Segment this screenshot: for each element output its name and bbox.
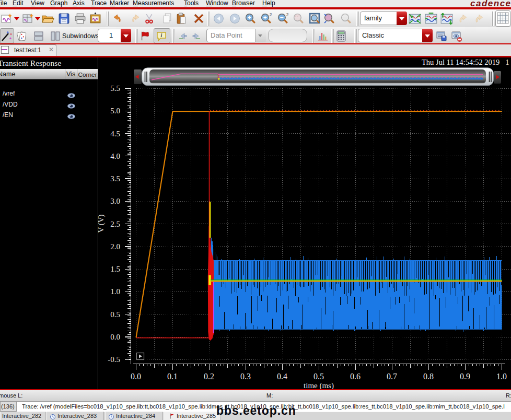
svg-text:0.8: 0.8 [423,372,434,381]
svg-text:3.0: 3.0 [110,197,120,205]
svg-text:2: 2 [270,12,272,17]
svg-text:2.5: 2.5 [110,220,120,228]
svg-text:1.0: 1.0 [496,372,507,381]
svg-text:0.0: 0.0 [131,372,141,381]
svg-text:3.5: 3.5 [110,174,120,183]
svg-text:5.5: 5.5 [110,84,120,92]
svg-text:i: i [161,32,162,38]
svg-text:0.0: 0.0 [110,333,120,341]
svg-text:V (V): V (V) [98,214,106,232]
svg-text:0.9: 0.9 [460,372,470,381]
svg-text:5.0: 5.0 [110,107,120,115]
svg-text:0.6: 0.6 [350,372,361,381]
svg-text:4.0: 4.0 [110,152,120,160]
svg-text:0.5: 0.5 [110,310,120,319]
svg-text:0.7: 0.7 [387,372,397,381]
svg-text:2.0: 2.0 [110,242,120,251]
svg-text:4.5: 4.5 [110,130,120,138]
svg-text:0.2: 0.2 [204,372,214,381]
svg-text:0.3: 0.3 [240,372,251,381]
svg-text:-0.5: -0.5 [108,355,120,364]
svg-text:time (ms): time (ms) [304,381,334,389]
svg-text:2: 2 [286,12,289,17]
svg-text:0.5: 0.5 [313,372,324,381]
svg-text:0.1: 0.1 [167,372,178,381]
svg-text:0.4: 0.4 [277,372,287,381]
svg-text:1.5: 1.5 [110,265,120,273]
svg-text:1.0: 1.0 [110,287,120,296]
